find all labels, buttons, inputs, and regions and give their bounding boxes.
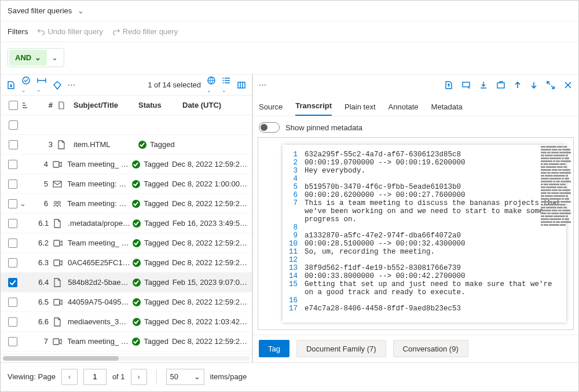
tag-icon[interactable] xyxy=(53,80,62,90)
table-row[interactable]: 6.4584b82d2-5bae-4f…TaggedFeb 15, 2023 9… xyxy=(1,273,252,292)
transcript-line: 17e74c7a28-8406-4458-8fdf-9aed8b23ec53 xyxy=(287,305,562,313)
next-page-button[interactable]: › xyxy=(131,369,147,385)
row-checkbox[interactable] xyxy=(9,140,18,149)
tab-source[interactable]: Source xyxy=(259,102,283,116)
tab-transcript[interactable]: Transcript xyxy=(295,101,332,116)
table-row[interactable]: 5Team meeting: ban…TaggedDec 8, 2022 1:0… xyxy=(1,174,252,194)
saved-queries-label: Saved filter queries xyxy=(8,6,72,15)
transcript-document[interactable]: 1632a295f-55c2-4a7d-af67-6306123d85c8200… xyxy=(283,145,566,323)
row-checkbox[interactable] xyxy=(8,160,17,169)
table-row[interactable]: 6.2Team meeting_ ban…TaggedDec 8, 2022 1… xyxy=(1,233,252,253)
table-row[interactable]: ⌄6Team meeting: ban…TaggedDec 8, 2022 12… xyxy=(1,194,252,214)
page-input[interactable] xyxy=(83,369,107,385)
saved-queries-dropdown[interactable]: Saved filter queries ⌄ xyxy=(8,6,84,15)
table-row[interactable]: 6.1.metadata/properti…TaggedFeb 16, 2023… xyxy=(1,214,252,233)
row-date: Dec 8, 2022 1:00:00… xyxy=(172,179,247,188)
row-checkbox[interactable] xyxy=(8,317,17,327)
tag-button[interactable]: Tag xyxy=(259,340,290,357)
columns-icon[interactable] xyxy=(237,80,246,90)
tab-plain-text[interactable]: Plain text xyxy=(345,102,375,116)
row-date: Dec 8, 2022 12:59:2… xyxy=(172,337,247,346)
range-icon[interactable]: ⌄ xyxy=(36,76,47,93)
minimap[interactable] xyxy=(541,146,571,227)
items-per-page-select[interactable]: 50 ⌄ xyxy=(166,369,204,385)
transcript-line: 3Hey everybody. xyxy=(287,167,562,175)
mail-icon[interactable] xyxy=(461,80,471,90)
chevron-down-icon[interactable]: ⌄ xyxy=(20,199,26,208)
table-row[interactable]: 6.30AC465E25FC146E…TaggedDec 8, 2022 12:… xyxy=(1,253,252,273)
export-icon[interactable] xyxy=(444,80,453,90)
table-row[interactable]: 7Team meeting_ ban…TaggedDec 8, 2022 12:… xyxy=(1,332,252,351)
row-checkbox[interactable] xyxy=(8,219,17,228)
select-all-checkbox[interactable] xyxy=(9,101,18,110)
operator-pill[interactable]: AND ⌄ ⌄ xyxy=(8,48,64,67)
transcript-line: 9a1332870-a5fc-47e2-974f-dba66f4072a0 xyxy=(287,232,562,240)
svg-rect-14 xyxy=(463,82,470,87)
prev-page-button[interactable]: ‹ xyxy=(61,369,78,385)
filter-bar: Filters Undo filter query Redo filter qu… xyxy=(1,21,578,42)
video-icon xyxy=(53,239,68,247)
tab-annotate[interactable]: Annotate xyxy=(389,102,419,116)
table-row[interactable] xyxy=(1,115,252,135)
svg-point-2 xyxy=(223,78,224,79)
horizontal-scrollbar[interactable] xyxy=(1,354,252,362)
table-row[interactable]: 6.6mediaevents_3802-…TaggedDec 8, 2022 1… xyxy=(1,312,252,332)
close-icon[interactable] xyxy=(563,80,573,90)
items-per-page-value: 50 xyxy=(170,372,178,381)
row-checkbox[interactable] xyxy=(8,179,17,189)
row-number: 4 xyxy=(30,160,53,168)
status-badge: Tagged xyxy=(132,199,172,208)
document-family-button[interactable]: Document Family (7) xyxy=(296,340,386,357)
row-checkbox[interactable] xyxy=(8,298,17,307)
row-title: 0AC465E25FC146E… xyxy=(68,258,130,267)
redo-filter-button[interactable]: Redo filter query xyxy=(112,27,178,36)
globe-icon[interactable]: ⌄ xyxy=(207,76,216,94)
row-title: Team meeting: ban… xyxy=(67,179,130,188)
row-title: item.HTML xyxy=(74,140,136,149)
row-number: 6.1 xyxy=(30,219,53,228)
operator-extra[interactable]: ⌄ xyxy=(47,50,63,65)
show-pinned-toggle[interactable] xyxy=(259,122,280,133)
col-subject[interactable]: Subject/Title xyxy=(74,101,138,109)
globe-tick-icon[interactable]: ⌄ xyxy=(21,76,31,94)
hierarchy-col-icon[interactable] xyxy=(21,101,33,109)
row-checkbox[interactable] xyxy=(8,258,17,268)
col-num[interactable]: # xyxy=(33,101,57,109)
table-row[interactable]: 6.544059A75-0495E62…TaggedDec 8, 2022 12… xyxy=(1,292,252,312)
transcript-line: 8 xyxy=(287,224,562,232)
row-checkbox[interactable] xyxy=(8,239,17,248)
more-icon[interactable]: ⋯ xyxy=(259,80,266,89)
col-date[interactable]: Date (UTC) xyxy=(182,101,247,109)
transcript-line: 1000:00:28.5100000 --> 00:00:32.4300000 xyxy=(287,240,562,248)
row-checkbox[interactable] xyxy=(8,278,17,287)
row-number: 6.6 xyxy=(30,317,53,326)
expand-icon[interactable] xyxy=(546,80,555,90)
row-checkbox[interactable] xyxy=(9,120,18,130)
row-number: 3 xyxy=(33,140,57,149)
up-arrow-icon[interactable] xyxy=(514,81,522,89)
transcript-line: 12 xyxy=(287,256,562,264)
tab-metadata[interactable]: Metadata xyxy=(431,102,463,116)
col-type-icon[interactable] xyxy=(57,101,74,109)
mail-icon xyxy=(53,180,67,188)
col-status[interactable]: Status xyxy=(138,101,182,109)
list-icon[interactable]: ⌄ xyxy=(222,76,231,94)
status-badge: Tagged xyxy=(132,337,172,346)
transcript-line: 1338f9d562-f1df-4e19-b552-83081766e739 xyxy=(287,264,562,272)
row-date: Dec 8, 2022 12:59:2… xyxy=(172,298,247,306)
open-icon[interactable] xyxy=(496,80,505,90)
more-icon[interactable]: ⋯ xyxy=(68,80,75,89)
table-row[interactable]: 3item.HTMLTagged xyxy=(1,135,252,155)
download-icon[interactable] xyxy=(6,80,16,90)
undo-filter-button[interactable]: Undo filter query xyxy=(37,27,102,36)
row-date: Dec 8, 2022 12:59:2… xyxy=(172,258,247,267)
conversation-button[interactable]: Conversation (9) xyxy=(393,340,468,357)
download-icon[interactable] xyxy=(479,80,488,90)
row-checkbox[interactable] xyxy=(8,199,17,208)
down-arrow-icon[interactable] xyxy=(530,81,538,89)
row-checkbox[interactable] xyxy=(8,337,17,346)
status-badge: Tagged xyxy=(132,179,172,188)
row-title: .metadata/properti… xyxy=(68,219,130,228)
table-row[interactable]: 4Team meeting_ ban…TaggedDec 8, 2022 12:… xyxy=(1,155,252,174)
preview-tabs: Source Transcript Plain text Annotate Me… xyxy=(253,96,578,116)
